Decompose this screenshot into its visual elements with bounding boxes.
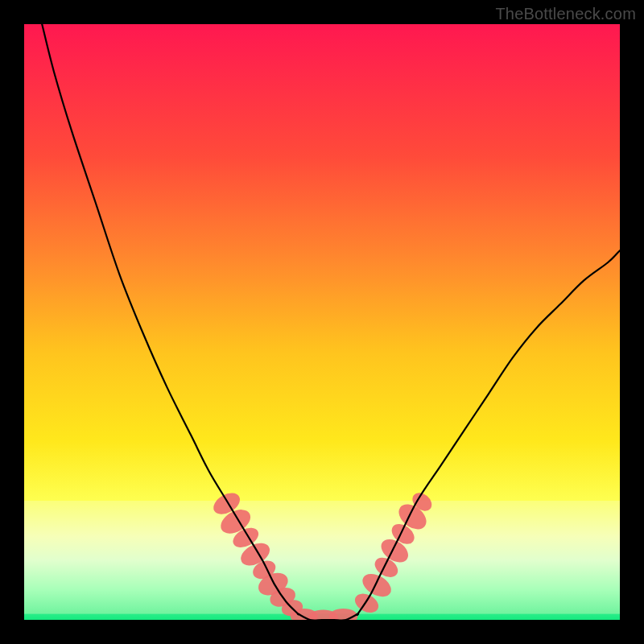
svg-rect-0 bbox=[24, 501, 620, 614]
pale-band-layer bbox=[24, 501, 620, 614]
chart-frame: TheBottleneck.com bbox=[0, 0, 644, 644]
plot-area bbox=[24, 24, 620, 620]
chart-svg bbox=[24, 24, 620, 620]
watermark-text: TheBottleneck.com bbox=[495, 5, 636, 23]
